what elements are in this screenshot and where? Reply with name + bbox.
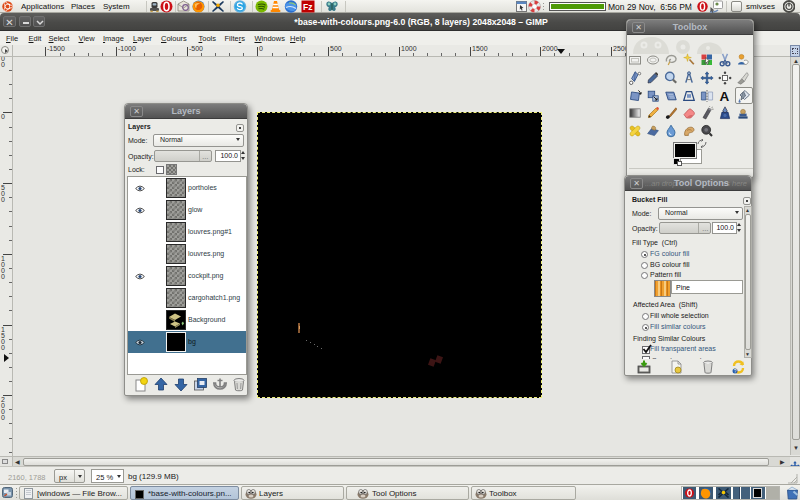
svg-text:Fz: Fz bbox=[303, 2, 312, 12]
svg-text:A: A bbox=[720, 89, 730, 103]
svg-text:?: ? bbox=[734, 368, 737, 374]
